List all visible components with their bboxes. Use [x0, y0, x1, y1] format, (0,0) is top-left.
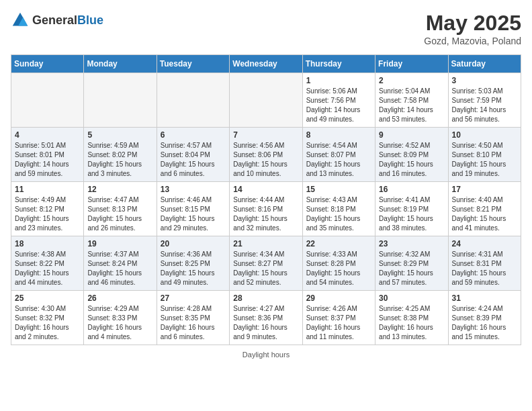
calendar-cell: 4Sunrise: 5:01 AMSunset: 8:01 PMDaylight…: [11, 128, 84, 182]
calendar-cell: 17Sunrise: 4:40 AMSunset: 8:21 PMDayligh…: [448, 182, 521, 236]
col-monday: Monday: [84, 55, 157, 73]
day-info: Sunrise: 5:01 AMSunset: 8:01 PMDaylight:…: [15, 141, 80, 179]
calendar-cell: 21Sunrise: 4:34 AMSunset: 8:27 PMDayligh…: [230, 236, 302, 291]
day-info: Sunrise: 4:46 AMSunset: 8:15 PMDaylight:…: [161, 195, 226, 233]
footer: Daylight hours: [11, 351, 521, 359]
day-info: Sunrise: 4:32 AMSunset: 8:29 PMDaylight:…: [379, 250, 444, 287]
day-number: 15: [306, 185, 371, 194]
day-info: Sunrise: 4:31 AMSunset: 8:31 PMDaylight:…: [452, 250, 517, 287]
calendar-cell: 6Sunrise: 4:57 AMSunset: 8:04 PMDaylight…: [157, 128, 229, 182]
logo-icon: [11, 11, 30, 30]
calendar-cell: 11Sunrise: 4:49 AMSunset: 8:12 PMDayligh…: [11, 182, 84, 236]
day-info: Sunrise: 4:26 AMSunset: 8:37 PMDaylight:…: [306, 304, 371, 342]
calendar-cell: 25Sunrise: 4:30 AMSunset: 8:32 PMDayligh…: [11, 291, 84, 345]
day-number: 12: [87, 185, 152, 194]
calendar-cell: 16Sunrise: 4:41 AMSunset: 8:19 PMDayligh…: [375, 182, 448, 236]
day-number: 3: [452, 76, 517, 85]
header-row: Sunday Monday Tuesday Wednesday Thursday…: [11, 55, 521, 73]
daylight-label: Daylight hours: [242, 351, 290, 359]
calendar-cell: 8Sunrise: 4:54 AMSunset: 8:07 PMDaylight…: [302, 128, 375, 182]
day-info: Sunrise: 4:57 AMSunset: 8:04 PMDaylight:…: [161, 141, 226, 179]
day-info: Sunrise: 5:03 AMSunset: 7:59 PMDaylight:…: [452, 87, 517, 124]
page-header: GeneralBlue May 2025 Gozd, Mazovia, Pola…: [11, 11, 521, 46]
calendar-cell: [157, 73, 229, 128]
day-number: 2: [379, 76, 444, 85]
day-info: Sunrise: 4:54 AMSunset: 8:07 PMDaylight:…: [306, 141, 371, 179]
day-number: 10: [452, 130, 517, 140]
day-number: 27: [161, 293, 226, 303]
col-saturday: Saturday: [448, 55, 521, 73]
day-info: Sunrise: 4:43 AMSunset: 8:18 PMDaylight:…: [306, 195, 371, 233]
day-number: 8: [306, 130, 371, 140]
calendar-cell: 14Sunrise: 4:44 AMSunset: 8:16 PMDayligh…: [230, 182, 302, 236]
title-block: May 2025 Gozd, Mazovia, Poland: [424, 11, 521, 46]
day-number: 31: [452, 293, 517, 303]
calendar-table: Sunday Monday Tuesday Wednesday Thursday…: [11, 54, 521, 345]
calendar-cell: 10Sunrise: 4:50 AMSunset: 8:10 PMDayligh…: [448, 128, 521, 182]
day-number: 6: [161, 130, 226, 140]
day-info: Sunrise: 4:56 AMSunset: 8:06 PMDaylight:…: [233, 141, 298, 179]
day-number: 13: [161, 185, 226, 194]
week-row-2: 4Sunrise: 5:01 AMSunset: 8:01 PMDaylight…: [11, 128, 521, 182]
day-number: 26: [87, 293, 152, 303]
day-number: 21: [233, 239, 298, 248]
calendar-cell: 28Sunrise: 4:27 AMSunset: 8:36 PMDayligh…: [230, 291, 302, 345]
day-info: Sunrise: 4:52 AMSunset: 8:09 PMDaylight:…: [379, 141, 444, 179]
calendar-cell: 15Sunrise: 4:43 AMSunset: 8:18 PMDayligh…: [302, 182, 375, 236]
col-friday: Friday: [375, 55, 448, 73]
calendar-cell: 29Sunrise: 4:26 AMSunset: 8:37 PMDayligh…: [302, 291, 375, 345]
day-number: 1: [306, 76, 371, 85]
calendar-cell: [84, 73, 157, 128]
day-info: Sunrise: 4:33 AMSunset: 8:28 PMDaylight:…: [306, 250, 371, 287]
day-number: 24: [452, 239, 517, 248]
location: Gozd, Mazovia, Poland: [424, 36, 521, 46]
day-info: Sunrise: 4:25 AMSunset: 8:38 PMDaylight:…: [379, 304, 444, 342]
calendar-cell: 2Sunrise: 5:04 AMSunset: 7:58 PMDaylight…: [375, 73, 448, 128]
calendar-cell: 22Sunrise: 4:33 AMSunset: 8:28 PMDayligh…: [302, 236, 375, 291]
day-info: Sunrise: 4:38 AMSunset: 8:22 PMDaylight:…: [15, 250, 80, 287]
calendar-cell: 23Sunrise: 4:32 AMSunset: 8:29 PMDayligh…: [375, 236, 448, 291]
day-number: 18: [15, 239, 80, 248]
day-info: Sunrise: 4:59 AMSunset: 8:02 PMDaylight:…: [87, 141, 152, 179]
calendar-cell: 30Sunrise: 4:25 AMSunset: 8:38 PMDayligh…: [375, 291, 448, 345]
day-number: 23: [379, 239, 444, 248]
day-info: Sunrise: 4:41 AMSunset: 8:19 PMDaylight:…: [379, 195, 444, 233]
day-info: Sunrise: 4:36 AMSunset: 8:25 PMDaylight:…: [161, 250, 226, 287]
logo-text-blue: Blue: [77, 13, 103, 27]
day-number: 25: [15, 293, 80, 303]
day-number: 11: [15, 185, 80, 194]
day-number: 7: [233, 130, 298, 140]
col-tuesday: Tuesday: [157, 55, 229, 73]
day-info: Sunrise: 4:47 AMSunset: 8:13 PMDaylight:…: [87, 195, 152, 233]
logo: GeneralBlue: [11, 11, 103, 30]
week-row-1: 1Sunrise: 5:06 AMSunset: 7:56 PMDaylight…: [11, 73, 521, 128]
col-thursday: Thursday: [302, 55, 375, 73]
calendar-cell: 13Sunrise: 4:46 AMSunset: 8:15 PMDayligh…: [157, 182, 229, 236]
calendar-cell: [230, 73, 302, 128]
day-info: Sunrise: 5:06 AMSunset: 7:56 PMDaylight:…: [306, 87, 371, 124]
calendar-cell: 19Sunrise: 4:37 AMSunset: 8:24 PMDayligh…: [84, 236, 157, 291]
day-info: Sunrise: 4:40 AMSunset: 8:21 PMDaylight:…: [452, 195, 517, 233]
week-row-4: 18Sunrise: 4:38 AMSunset: 8:22 PMDayligh…: [11, 236, 521, 291]
week-row-3: 11Sunrise: 4:49 AMSunset: 8:12 PMDayligh…: [11, 182, 521, 236]
day-number: 4: [15, 130, 80, 140]
day-number: 30: [379, 293, 444, 303]
day-number: 16: [379, 185, 444, 194]
calendar-cell: 20Sunrise: 4:36 AMSunset: 8:25 PMDayligh…: [157, 236, 229, 291]
calendar-cell: 1Sunrise: 5:06 AMSunset: 7:56 PMDaylight…: [302, 73, 375, 128]
day-info: Sunrise: 4:34 AMSunset: 8:27 PMDaylight:…: [233, 250, 298, 287]
day-info: Sunrise: 4:37 AMSunset: 8:24 PMDaylight:…: [87, 250, 152, 287]
day-number: 20: [161, 239, 226, 248]
day-info: Sunrise: 4:24 AMSunset: 8:39 PMDaylight:…: [452, 304, 517, 342]
col-sunday: Sunday: [11, 55, 84, 73]
calendar-cell: 18Sunrise: 4:38 AMSunset: 8:22 PMDayligh…: [11, 236, 84, 291]
day-number: 19: [87, 239, 152, 248]
day-info: Sunrise: 4:30 AMSunset: 8:32 PMDaylight:…: [15, 304, 80, 342]
calendar-cell: 26Sunrise: 4:29 AMSunset: 8:33 PMDayligh…: [84, 291, 157, 345]
day-number: 28: [233, 293, 298, 303]
day-info: Sunrise: 4:29 AMSunset: 8:33 PMDaylight:…: [87, 304, 152, 342]
day-number: 17: [452, 185, 517, 194]
col-wednesday: Wednesday: [230, 55, 302, 73]
day-info: Sunrise: 4:27 AMSunset: 8:36 PMDaylight:…: [233, 304, 298, 342]
calendar-cell: 3Sunrise: 5:03 AMSunset: 7:59 PMDaylight…: [448, 73, 521, 128]
